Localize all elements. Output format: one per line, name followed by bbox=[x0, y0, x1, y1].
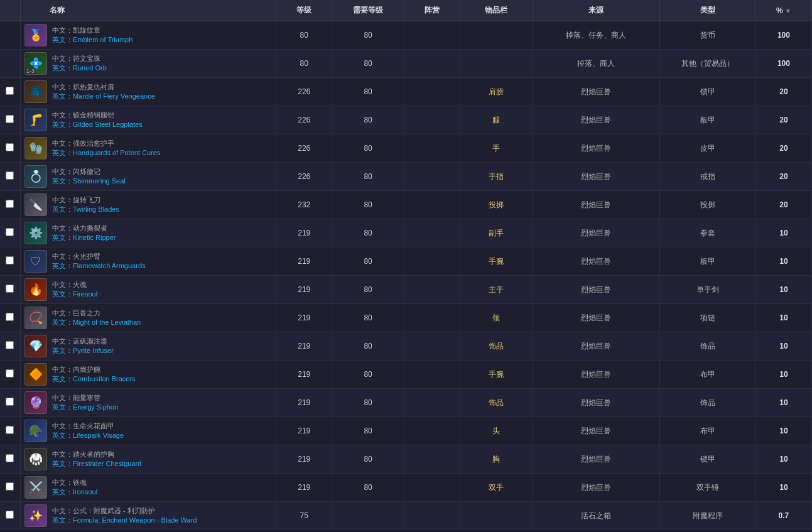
row-type: 拳套 bbox=[660, 219, 756, 247]
row-checkbox[interactable] bbox=[6, 511, 14, 519]
name-cell-container: 🏅中文：凯旋纹章英文：Emblem of Triumph bbox=[24, 24, 272, 46]
item-icon: ⚙️ bbox=[24, 222, 47, 244]
name-cell-container: 🦵中文：镀金精钢腿铠英文：Gilded Steel Legplates bbox=[24, 109, 272, 131]
item-en-name[interactable]: 英文：Firestrider Chestguard bbox=[52, 459, 141, 469]
row-slot: 胸 bbox=[460, 445, 532, 474]
col-faction-header[interactable]: 阵营 bbox=[404, 0, 460, 21]
row-name-cell: ⚙️中文：动力撕裂者英文：Kinetic Ripper bbox=[20, 219, 276, 247]
item-en-name[interactable]: 英文：Formula: Enchant Weapon - Blade Ward bbox=[52, 516, 197, 525]
row-pct: 20 bbox=[755, 78, 811, 106]
row-req-level bbox=[332, 502, 404, 530]
row-checkbox-cell bbox=[0, 106, 20, 134]
col-req-level-header[interactable]: 需要等级 bbox=[332, 0, 404, 21]
col-level-header[interactable]: 等级 bbox=[276, 0, 332, 21]
row-source: 烈焰巨兽 bbox=[532, 361, 660, 389]
row-checkbox[interactable] bbox=[6, 454, 14, 462]
table-row: 💍中文：闪烁徽记英文：Shimmering Seal22680手指烈焰巨兽戒指2… bbox=[0, 163, 812, 191]
row-checkbox-cell bbox=[0, 163, 20, 191]
row-type: 板甲 bbox=[660, 106, 756, 134]
item-en-name[interactable]: 英文：Emblem of Triumph bbox=[52, 35, 133, 45]
row-name-cell: 💠1-3中文：符文宝珠英文：Runed Orb bbox=[20, 50, 276, 78]
row-source: 活石之箱 bbox=[532, 502, 660, 530]
row-checkbox[interactable] bbox=[6, 341, 14, 349]
item-icon: 🛡 bbox=[24, 250, 47, 273]
item-en-name[interactable]: 英文：Lifespark Visage bbox=[52, 431, 124, 440]
row-checkbox[interactable] bbox=[6, 228, 14, 236]
row-level: 232 bbox=[276, 191, 332, 219]
item-en-name[interactable]: 英文：Flamewatch Armguards bbox=[52, 261, 146, 271]
col-pct-header[interactable]: % ▼ bbox=[755, 0, 811, 21]
item-zh-name: 中文：公式：附魔武器 - 利刃防护 bbox=[52, 506, 197, 516]
row-checkbox-cell bbox=[0, 332, 20, 361]
row-checkbox[interactable] bbox=[6, 115, 14, 123]
row-name-cell: 🧥中文：炽热复仇衬肩英文：Mantle of Fiery Vengeance bbox=[20, 78, 276, 106]
item-en-name[interactable]: 英文：Firesoul bbox=[52, 290, 97, 299]
row-slot: 腿 bbox=[460, 106, 532, 134]
row-checkbox-cell bbox=[0, 78, 20, 106]
row-slot: 投掷 bbox=[460, 191, 532, 219]
item-icon: 🔮 bbox=[24, 391, 47, 414]
row-type: 皮甲 bbox=[660, 134, 756, 163]
item-en-name[interactable]: 英文：Handguards of Potent Cures bbox=[52, 148, 160, 158]
col-source-header[interactable]: 来源 bbox=[532, 0, 660, 21]
col-slot-header[interactable]: 物品栏 bbox=[460, 0, 532, 21]
row-checkbox[interactable] bbox=[6, 285, 14, 293]
item-en-name[interactable]: 英文：Combustion Bracers bbox=[52, 374, 136, 384]
name-cell-container: ⚙️中文：动力撕裂者英文：Kinetic Ripper bbox=[24, 222, 272, 244]
item-name-text: 中文：火魂英文：Firesoul bbox=[52, 280, 97, 299]
item-en-name[interactable]: 英文：Ironsoul bbox=[52, 487, 97, 497]
item-en-name[interactable]: 英文：Twirling Blades bbox=[52, 205, 119, 214]
row-source: 烈焰巨兽 bbox=[532, 417, 660, 445]
row-req-level: 80 bbox=[332, 445, 404, 474]
row-checkbox[interactable] bbox=[6, 87, 14, 95]
row-faction bbox=[404, 276, 460, 304]
row-faction bbox=[404, 332, 460, 361]
name-cell-container: 🔥中文：火魂英文：Firesoul bbox=[24, 278, 272, 301]
item-name-text: 中文：旋转飞刀英文：Twirling Blades bbox=[52, 195, 119, 214]
table-row: 📿中文：巨兽之力英文：Might of the Leviathan21980颈烈… bbox=[0, 304, 812, 332]
row-pct: 10 bbox=[755, 445, 811, 474]
row-checkbox[interactable] bbox=[6, 369, 14, 377]
row-checkbox[interactable] bbox=[6, 426, 14, 434]
row-checkbox[interactable] bbox=[6, 143, 14, 151]
row-faction bbox=[404, 361, 460, 389]
row-level: 219 bbox=[276, 361, 332, 389]
row-checkbox[interactable] bbox=[6, 313, 14, 321]
item-en-name[interactable]: 英文：Kinetic Ripper bbox=[52, 233, 116, 242]
name-cell-container: 🧥中文：炽热复仇衬肩英文：Mantle of Fiery Vengeance bbox=[24, 80, 272, 103]
row-checkbox[interactable] bbox=[6, 171, 14, 180]
row-checkbox[interactable] bbox=[6, 200, 14, 208]
row-req-level: 80 bbox=[332, 106, 404, 134]
row-checkbox-cell bbox=[0, 276, 20, 304]
item-en-name[interactable]: 英文：Might of the Leviathan bbox=[52, 318, 141, 327]
item-name-text: 中文：巨兽之力英文：Might of the Leviathan bbox=[52, 308, 141, 327]
row-checkbox[interactable] bbox=[6, 398, 14, 406]
row-type: 附魔程序 bbox=[660, 502, 756, 530]
item-en-name[interactable]: 英文：Shimmering Seal bbox=[52, 176, 126, 186]
item-zh-name: 中文：闪烁徽记 bbox=[52, 167, 126, 176]
row-level: 226 bbox=[276, 78, 332, 106]
item-en-name[interactable]: 英文：Gilded Steel Legplates bbox=[52, 120, 143, 129]
row-checkbox[interactable] bbox=[6, 482, 14, 491]
row-slot: 手指 bbox=[460, 163, 532, 191]
item-en-name[interactable]: 英文：Energy Siphon bbox=[52, 403, 118, 412]
item-zh-name: 中文：炽热复仇衬肩 bbox=[52, 82, 155, 92]
row-checkbox-cell bbox=[0, 247, 20, 276]
row-source: 烈焰巨兽 bbox=[532, 474, 660, 502]
name-cell-container: 🛡中文：火光护臂英文：Flamewatch Armguards bbox=[24, 250, 272, 273]
item-en-name[interactable]: 英文：Pyrite Infuser bbox=[52, 346, 114, 356]
row-name-cell: 💍中文：闪烁徽记英文：Shimmering Seal bbox=[20, 163, 276, 191]
row-slot: 手 bbox=[460, 134, 532, 163]
row-checkbox-cell bbox=[0, 417, 20, 445]
row-checkbox[interactable] bbox=[6, 256, 14, 264]
row-name-cell: 🔥中文：火魂英文：Firesoul bbox=[20, 276, 276, 304]
item-en-name[interactable]: 英文：Mantle of Fiery Vengeance bbox=[52, 92, 155, 101]
col-type-header[interactable]: 类型 bbox=[660, 0, 756, 21]
row-level: 219 bbox=[276, 304, 332, 332]
row-checkbox-cell bbox=[0, 502, 20, 530]
item-en-name[interactable]: 英文：Runed Orb bbox=[52, 63, 107, 73]
row-pct: 10 bbox=[755, 361, 811, 389]
item-zh-name: 中文：能量寒管 bbox=[52, 393, 118, 403]
row-faction bbox=[404, 191, 460, 219]
row-checkbox-cell bbox=[0, 50, 20, 78]
